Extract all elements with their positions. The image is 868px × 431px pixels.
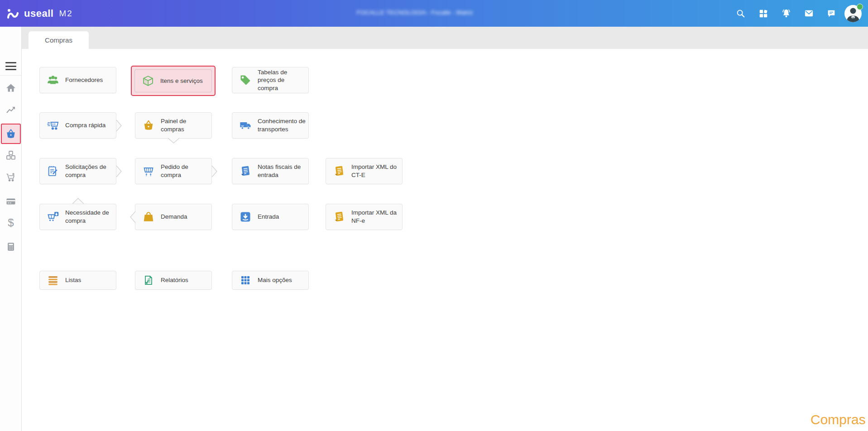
- top-bar: useall M2 FOCALLE TECNOLOGIA - Focalle -…: [0, 0, 868, 27]
- fast-cart-icon: [47, 119, 59, 132]
- menu-hamburger-icon[interactable]: [5, 62, 16, 71]
- tile-label: Compra rápida: [65, 121, 114, 129]
- sidebar-item-home[interactable]: [0, 81, 22, 95]
- tile-fornecedores[interactable]: Fornecedores: [39, 67, 116, 93]
- connector-chevron-right: [116, 120, 123, 134]
- tile-listas[interactable]: Listas: [39, 271, 116, 290]
- tab-strip: Compras: [22, 27, 868, 49]
- connector-chevron-right: [211, 165, 218, 179]
- request-note-icon: [47, 165, 59, 177]
- dollar-icon: $: [8, 216, 14, 229]
- tile-relatorios[interactable]: Relatórios: [135, 271, 212, 290]
- inbox-down-arrow-icon: [239, 211, 252, 223]
- tile-entrada[interactable]: Entrada: [232, 204, 309, 230]
- purchases-basket-icon: [5, 128, 17, 140]
- lists-lines-icon: [47, 274, 59, 287]
- module-content: [22, 49, 868, 431]
- sidebar-item-billing[interactable]: [0, 194, 22, 209]
- brand-name: useall: [24, 8, 53, 19]
- tile-label: Painel de compras: [161, 117, 210, 133]
- tile-label: Fornecedores: [65, 76, 114, 84]
- sidebar-item-finance[interactable]: $: [0, 216, 22, 230]
- tile-demanda[interactable]: Demanda: [135, 204, 212, 230]
- sidebar-item-charts[interactable]: [0, 103, 22, 117]
- tile-solicitacoes-de-compra[interactable]: Solicitações de compra: [39, 158, 116, 184]
- connector-chevron-right: [116, 165, 123, 179]
- user-avatar[interactable]: [843, 0, 863, 27]
- tile-notas-fiscais-entrada[interactable]: Notas fiscais de entrada: [232, 158, 309, 184]
- notifications-bell-icon[interactable]: [775, 0, 797, 27]
- apps-grid-icon[interactable]: [752, 0, 775, 27]
- chat-bubble-icon[interactable]: [820, 0, 843, 27]
- tile-compra-rapida[interactable]: Compra rápida: [39, 112, 116, 139]
- useall-logo-icon: [6, 7, 20, 20]
- tile-label: Pedido de compra: [161, 163, 210, 179]
- calculator-icon: [6, 241, 16, 252]
- online-status-dot: [857, 4, 863, 10]
- transport-truck-icon: [239, 119, 252, 132]
- purchase-basket-icon: [142, 119, 155, 132]
- tile-necessidade-de-compra[interactable]: Necessidade de compra: [39, 204, 116, 230]
- tile-importar-xml-cte[interactable]: Importar XML do CT-E: [326, 158, 403, 184]
- sidebar-item-purchases-active[interactable]: [1, 124, 21, 144]
- items-cube-icon: [142, 75, 154, 87]
- tile-painel-de-compras[interactable]: Painel de compras: [135, 112, 212, 139]
- connector-chevron-down: [168, 138, 180, 146]
- need-cart-down-icon: [47, 211, 59, 223]
- tile-itens-highlight-box: Itens e serviços: [131, 66, 216, 96]
- search-icon[interactable]: [729, 0, 752, 27]
- tile-label: Importar XML da NF-e: [351, 209, 400, 225]
- tile-label: Itens e serviços: [160, 77, 209, 85]
- tile-label: Demanda: [161, 213, 210, 221]
- invoice-document-icon: [239, 165, 252, 177]
- tile-label: Solicitações de compra: [65, 163, 114, 179]
- cubes-icon: [5, 150, 16, 161]
- sidebar-item-sales[interactable]: [0, 170, 22, 185]
- more-options-grid-icon: [239, 274, 252, 287]
- sidebar-divider: [0, 75, 22, 76]
- tab-label: Compras: [45, 36, 72, 44]
- tile-label: Necessidade de compra: [65, 209, 114, 225]
- tile-label: Conhecimento de transportes: [258, 117, 307, 133]
- xml-document-icon: [333, 211, 345, 223]
- company-name-blurred: FOCALLE TECNOLOGIA - Focalle - Matriz: [344, 9, 485, 16]
- tile-label: Importar XML do CT-E: [351, 163, 400, 179]
- cart-plus-icon: [5, 172, 16, 183]
- tile-label: Listas: [65, 276, 114, 284]
- mail-envelope-icon[interactable]: [797, 0, 820, 27]
- connector-chevron-up: [72, 197, 84, 206]
- sidebar-item-stock[interactable]: [0, 148, 22, 163]
- tab-compras[interactable]: Compras: [29, 31, 89, 49]
- home-icon: [5, 82, 16, 93]
- chart-icon: [5, 105, 16, 115]
- product-name: M2: [59, 9, 72, 19]
- reports-document-icon: [142, 274, 155, 287]
- tile-conhecimento-transportes[interactable]: Conhecimento de transportes: [232, 112, 309, 139]
- tile-label: Relatórios: [161, 276, 210, 284]
- tile-label: Tabelas de preços de compra: [258, 68, 307, 92]
- topbar-icons: [729, 0, 863, 27]
- sidebar: $: [0, 27, 22, 431]
- tile-pedido-de-compra[interactable]: Pedido de compra: [135, 158, 212, 184]
- module-watermark: Compras: [810, 412, 866, 427]
- tile-label: Entrada: [258, 213, 307, 221]
- tile-label: Mais opções: [258, 276, 307, 284]
- tile-label: Notas fiscais de entrada: [258, 163, 307, 179]
- tile-mais-opcoes[interactable]: Mais opções: [232, 271, 309, 290]
- price-tag-icon: [239, 74, 252, 86]
- sidebar-item-accounting[interactable]: [0, 239, 22, 254]
- order-cart-icon: [142, 165, 155, 177]
- suppliers-group-icon: [47, 74, 59, 86]
- useall-logo: useall M2: [6, 7, 73, 20]
- xml-document-icon: [333, 165, 345, 177]
- tile-importar-xml-nfe[interactable]: Importar XML da NF-e: [326, 204, 403, 230]
- tile-tabelas-de-precos[interactable]: Tabelas de preços de compra: [232, 67, 309, 93]
- demand-bag-icon: [142, 211, 155, 223]
- connector-chevron-left: [129, 211, 136, 225]
- tile-itens-e-servicos[interactable]: Itens e serviços: [134, 69, 212, 92]
- app-window: useall M2 FOCALLE TECNOLOGIA - Focalle -…: [0, 0, 868, 431]
- credit-card-icon: [5, 196, 16, 207]
